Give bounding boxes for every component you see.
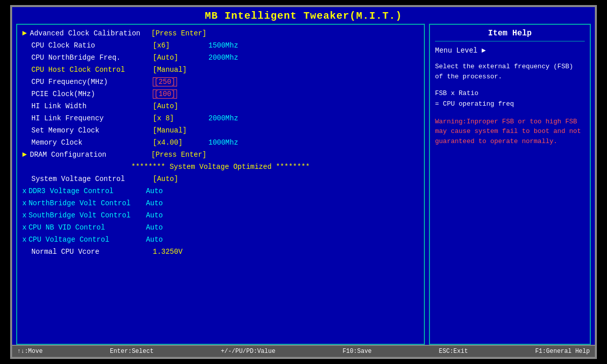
x-icon: x xyxy=(22,223,26,232)
right-panel: Item Help Menu Level ► Select the extern… xyxy=(429,24,591,345)
item-value: Auto xyxy=(146,236,163,244)
item-freq: 2000Mhz xyxy=(208,114,238,122)
x-icon: x xyxy=(22,211,26,219)
item-label: CPU Host Clock Control xyxy=(31,66,153,74)
item-label: PCIE Clock(MHz) xyxy=(31,90,153,98)
menu-row[interactable]: HI Link Width[Auto] xyxy=(22,101,419,112)
menu-row[interactable]: xCPU Voltage ControlAuto xyxy=(22,234,419,245)
f10-hint: F10:Save xyxy=(342,348,372,355)
item-value: [Auto] xyxy=(153,102,203,110)
f1-hint: F1:General Help xyxy=(535,348,590,355)
menu-row[interactable]: Set Memory Clock[Manual] xyxy=(22,125,419,136)
item-label: CPU NorthBridge Freq. xyxy=(31,54,153,62)
item-label: System Voltage Control xyxy=(31,175,153,183)
item-value: Auto xyxy=(146,223,163,232)
plusminus-hint: +/-/PU/PD:Value xyxy=(221,348,275,355)
item-label: Set Memory Clock xyxy=(31,126,153,134)
menu-row: ******** System Voltage Optimized ******… xyxy=(22,163,419,171)
item-value: [250] xyxy=(153,77,177,86)
x-icon: x xyxy=(22,199,26,207)
menu-level-row: Menu Level ► xyxy=(435,47,585,55)
item-value: [Press Enter] xyxy=(151,29,206,37)
menu-row[interactable]: HI Link Frequency[x 8]2000Mhz xyxy=(22,113,419,124)
menu-level-arrow: ► xyxy=(482,47,486,55)
item-value: [Press Enter] xyxy=(151,151,206,159)
item-label: SouthBridge Volt Control xyxy=(28,211,146,219)
fsb-text: FSB x Ratio = CPU operating freq xyxy=(435,88,585,110)
item-label: CPU Frequency(MHz) xyxy=(31,78,153,86)
menu-row[interactable]: CPU Clock Ratio[x6]1500Mhz xyxy=(22,40,419,51)
item-label: HI Link Frequency xyxy=(31,114,153,122)
item-freq: 1000Mhz xyxy=(208,139,238,147)
enter-hint: Enter:Select xyxy=(110,348,153,355)
item-value: [Auto] xyxy=(153,175,203,183)
item-value: [x 8] xyxy=(153,114,203,122)
menu-row[interactable]: xDDR3 Voltage ControlAuto xyxy=(22,186,419,197)
menu-row[interactable]: ►Advanced Clock Calibration[Press Enter] xyxy=(22,28,419,39)
move-hint: ↑↓:Move xyxy=(17,348,42,355)
arrow-icon: ► xyxy=(22,29,27,38)
arrow-icon: ► xyxy=(22,151,27,159)
item-value: [Manual] xyxy=(153,66,203,74)
item-value: Auto xyxy=(146,211,163,219)
x-icon: x xyxy=(22,187,26,195)
main-content: ►Advanced Clock Calibration[Press Enter]… xyxy=(12,24,595,345)
menu-row[interactable]: System Voltage Control[Auto] xyxy=(22,173,419,185)
item-label: CPU Voltage Control xyxy=(28,236,146,244)
item-value: [x6] xyxy=(153,41,203,50)
menu-row[interactable]: CPU NorthBridge Freq.[Auto]2000Mhz xyxy=(22,52,419,63)
item-label: CPU Clock Ratio xyxy=(31,41,153,50)
menu-row[interactable]: CPU Host Clock Control[Manual] xyxy=(22,64,419,75)
item-label: NorthBridge Volt Control xyxy=(28,199,146,207)
item-value: [Auto] xyxy=(153,54,203,62)
item-value: Auto xyxy=(146,187,163,195)
menu-row[interactable]: ►DRAM Configuration[Press Enter] xyxy=(22,149,419,160)
item-label: DRAM Configuration xyxy=(30,151,151,159)
item-help-title: Item Help xyxy=(435,29,585,41)
item-label: HI Link Width xyxy=(31,102,153,110)
menu-row[interactable]: xCPU NB VID ControlAuto xyxy=(22,222,419,233)
esc-hint: ESC:Exit xyxy=(439,348,468,355)
page-title: MB Intelligent Tweaker(M.I.T.) xyxy=(12,7,595,24)
menu-row[interactable]: xSouthBridge Volt ControlAuto xyxy=(22,210,419,221)
x-icon: x xyxy=(22,236,26,244)
item-label: CPU NB VID Control xyxy=(28,223,146,232)
menu-row[interactable]: Memory Clock[x4.00]1000Mhz xyxy=(22,137,419,148)
help-text: Select the external frequency (FSB) of t… xyxy=(435,62,585,81)
item-value: [x4.00] xyxy=(153,139,203,147)
warning-text: Warning:Inproper FSB or too high FSB may… xyxy=(435,117,585,147)
item-label: Advanced Clock Calibration xyxy=(30,29,151,37)
item-label: Memory Clock xyxy=(31,139,153,147)
item-value: [100] xyxy=(153,89,177,99)
item-value: 1.3250V xyxy=(153,248,203,256)
item-label: Normal CPU Vcore xyxy=(31,248,153,256)
bottom-bar: ↑↓:Move Enter:Select +/-/PU/PD:Value F10… xyxy=(12,345,595,357)
menu-row[interactable]: PCIE Clock(MHz)[100] xyxy=(22,88,419,100)
menu-row[interactable]: Normal CPU Vcore1.3250V xyxy=(22,246,419,257)
item-freq: 1500Mhz xyxy=(208,41,238,50)
bios-screen: MB Intelligent Tweaker(M.I.T.) ►Advanced… xyxy=(10,5,597,359)
item-label: DDR3 Voltage Control xyxy=(28,187,146,195)
item-value: [Manual] xyxy=(153,126,203,134)
item-value: Auto xyxy=(146,199,163,207)
menu-row[interactable]: xNorthBridge Volt ControlAuto xyxy=(22,198,419,209)
item-freq: 2000Mhz xyxy=(208,54,238,62)
menu-level-label: Menu Level xyxy=(435,47,478,55)
menu-row[interactable]: CPU Frequency(MHz)[250] xyxy=(22,76,419,87)
left-panel: ►Advanced Clock Calibration[Press Enter]… xyxy=(16,24,425,345)
